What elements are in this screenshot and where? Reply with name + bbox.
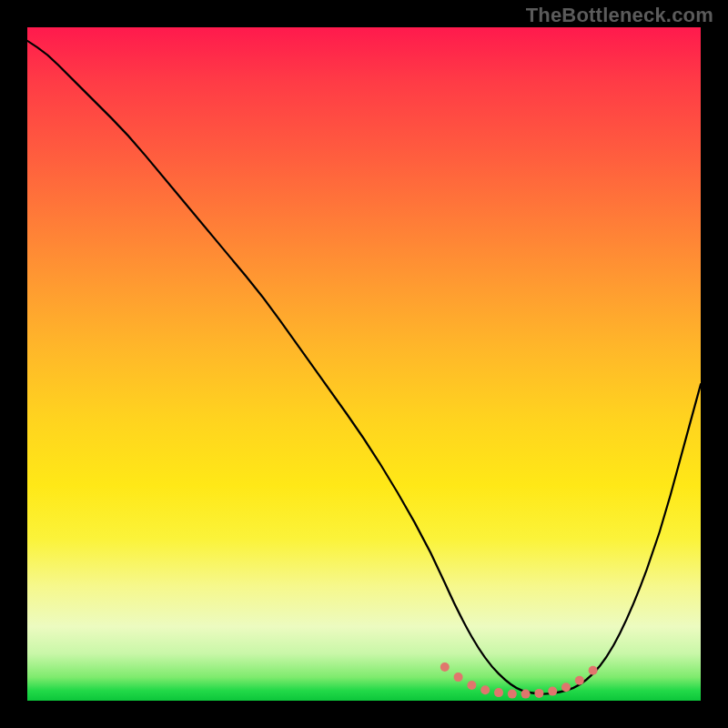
optimal-marker: [534, 689, 543, 698]
optimal-marker: [575, 676, 584, 685]
watermark-text: TheBottleneck.com: [526, 4, 713, 27]
optimal-marker: [467, 681, 476, 690]
optimal-marker: [454, 672, 463, 682]
chart-frame: TheBottleneck.com: [0, 0, 728, 728]
optimal-range-marker-group: [440, 662, 598, 699]
optimal-marker: [521, 690, 531, 699]
optimal-marker: [561, 682, 571, 692]
optimal-marker: [440, 662, 450, 672]
optimal-marker: [548, 687, 557, 696]
bottleneck-curve-path: [27, 41, 701, 694]
optimal-marker: [508, 690, 517, 699]
optimal-marker: [480, 685, 490, 694]
optimal-marker: [589, 666, 598, 675]
optimal-marker: [494, 688, 503, 697]
curve-overlay: [27, 27, 701, 701]
